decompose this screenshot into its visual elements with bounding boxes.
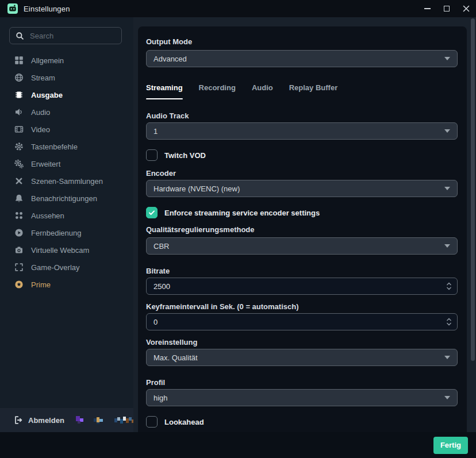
- chevron-down-icon: [444, 396, 450, 399]
- sidebar-item-aussehen[interactable]: Aussehen: [0, 207, 133, 224]
- rate-control-select[interactable]: CBR: [146, 237, 458, 255]
- stepper-arrows-icon[interactable]: [446, 317, 452, 327]
- sidebar-item-label: Aussehen: [31, 211, 64, 220]
- maximize-button[interactable]: [437, 0, 456, 17]
- chevron-down-icon: [444, 244, 450, 248]
- sidebar-item-label: Audio: [31, 108, 50, 117]
- profile-select[interactable]: high: [146, 389, 458, 406]
- settings-window: Einstellungen AllgemeinStreamAusgabeAudi…: [0, 0, 476, 458]
- keyframe-interval-input[interactable]: [146, 313, 458, 330]
- sidebar-item-label: Fernbedienung: [31, 229, 81, 237]
- sidebar-item-stream[interactable]: Stream: [0, 69, 133, 86]
- sidebar-footer: Abmelden: [0, 408, 133, 432]
- search-icon: [16, 32, 24, 40]
- platform-logo-1[interactable]: [76, 416, 85, 424]
- lookahead-label: Lookahead: [164, 418, 204, 426]
- search-input[interactable]: [29, 31, 116, 41]
- sidebar-item-label: Game-Overlay: [31, 263, 80, 272]
- tab-recording[interactable]: Recording: [199, 83, 236, 102]
- tab-replay-buffer[interactable]: Replay Buffer: [289, 83, 338, 102]
- bell-icon: [14, 194, 24, 203]
- twitch-vod-checkbox[interactable]: [146, 149, 158, 161]
- expand-icon: [14, 263, 24, 272]
- tab-streaming[interactable]: Streaming: [146, 83, 183, 102]
- sidebar-item-tastenbefehle[interactable]: Tastenbefehle: [0, 138, 133, 155]
- enforce-label: Enforce streaming service encoder settin…: [164, 209, 320, 217]
- camera-icon: [14, 245, 24, 255]
- gear-icon: [14, 142, 24, 152]
- sidebar-item-label: Video: [31, 125, 50, 134]
- logout-label: Abmelden: [28, 416, 64, 425]
- sidebar-item-szenen-sammlungen[interactable]: Szenen-Sammlungen: [0, 172, 133, 190]
- sidebar-item-prime[interactable]: Prime: [0, 276, 133, 293]
- speaker-icon: [14, 107, 24, 117]
- tab-label: Streaming: [146, 83, 183, 92]
- encoder-value: Hardware (NVENC) (new): [153, 184, 240, 193]
- logout-icon: [14, 415, 23, 425]
- sidebar-item-virtuelle-webcam[interactable]: Virtuelle Webcam: [0, 241, 133, 259]
- keyframe-interval-label: Keyframeintervall in Sek. (0 = automatis…: [146, 302, 458, 312]
- sidebar-item-label: Stream: [31, 74, 55, 82]
- keyframe-interval-field: [146, 313, 458, 330]
- prime-badge-icon: [14, 280, 24, 290]
- output-mode-select[interactable]: Advanced: [146, 50, 458, 67]
- sidebar-item-allgemein[interactable]: Allgemein: [0, 52, 133, 69]
- close-button[interactable]: [456, 0, 476, 17]
- sidebar-item-label: Szenen-Sammlungen: [31, 177, 103, 186]
- done-button[interactable]: Fertig: [433, 437, 468, 454]
- titlebar: Einstellungen: [0, 0, 476, 17]
- sidebar-item-label: Erweitert: [31, 160, 60, 168]
- gears-icon: [14, 159, 24, 169]
- audio-track-select[interactable]: 1: [146, 122, 458, 140]
- sidebar-item-label: Benachrichtigungen: [31, 194, 97, 203]
- sidebar-nav: AllgemeinStreamAusgabeAudioVideoTastenbe…: [0, 52, 133, 293]
- profile-value: high: [153, 394, 168, 402]
- scrollbar-thumb[interactable]: [471, 18, 475, 361]
- sidebar-item-label: Virtuelle Webcam: [31, 246, 89, 255]
- chevron-down-icon: [444, 129, 450, 133]
- sidebar-item-benachrichtigungen[interactable]: Benachrichtigungen: [0, 190, 133, 207]
- dots-icon: [14, 211, 24, 221]
- output-mode-value: Advanced: [153, 55, 187, 63]
- globe-icon: [14, 73, 24, 83]
- minimize-button[interactable]: [417, 0, 437, 17]
- sidebar-item-fernbedienung[interactable]: Fernbedienung: [0, 224, 133, 241]
- tab-audio[interactable]: Audio: [252, 83, 273, 102]
- minimize-icon: [424, 8, 431, 9]
- platform-logo-2[interactable]: [94, 416, 105, 424]
- lookahead-row: Lookahead: [146, 416, 458, 428]
- check-icon: [148, 209, 156, 217]
- rate-control-value: CBR: [153, 242, 169, 251]
- sidebar: AllgemeinStreamAusgabeAudioVideoTastenbe…: [0, 17, 133, 432]
- platform-logo-3[interactable]: [114, 416, 135, 424]
- preset-select[interactable]: Max. Qualität: [146, 349, 458, 366]
- output-mode-label: Output Mode: [146, 37, 458, 47]
- scrollbar[interactable]: [470, 17, 475, 432]
- bitrate-field: [146, 278, 458, 295]
- tab-active-underline: [146, 98, 183, 99]
- profile-label: Profil: [146, 378, 458, 388]
- sidebar-item-game-overlay[interactable]: Game-Overlay: [0, 259, 133, 276]
- sidebar-item-video[interactable]: Video: [0, 121, 133, 138]
- bitrate-input[interactable]: [146, 278, 458, 295]
- logout-button[interactable]: Abmelden: [14, 415, 64, 425]
- sidebar-item-label: Tastenbefehle: [31, 143, 78, 151]
- enforce-checkbox[interactable]: [146, 207, 158, 218]
- close-icon: [463, 5, 470, 12]
- sidebar-item-audio[interactable]: Audio: [0, 103, 133, 121]
- search-box[interactable]: [9, 27, 122, 44]
- tab-active-underline: [289, 98, 338, 99]
- bitrate-label: Bitrate: [146, 266, 458, 276]
- sidebar-item-ausgabe[interactable]: Ausgabe: [0, 86, 133, 103]
- stepper-arrows-icon[interactable]: [446, 281, 452, 291]
- tab-active-underline: [252, 98, 273, 99]
- encoder-select[interactable]: Hardware (NVENC) (new): [146, 180, 458, 197]
- audio-track-value: 1: [153, 127, 158, 136]
- twitch-vod-label: Twitch VOD: [164, 151, 206, 160]
- lookahead-checkbox[interactable]: [146, 416, 158, 428]
- encoder-label: Encoder: [146, 168, 458, 179]
- sidebar-item-label: Allgemein: [31, 56, 64, 65]
- output-tabs: StreamingRecordingAudioReplay Buffer: [146, 83, 458, 102]
- streamlabs-logo-icon: [7, 3, 18, 14]
- sidebar-item-erweitert[interactable]: Erweitert: [0, 155, 133, 172]
